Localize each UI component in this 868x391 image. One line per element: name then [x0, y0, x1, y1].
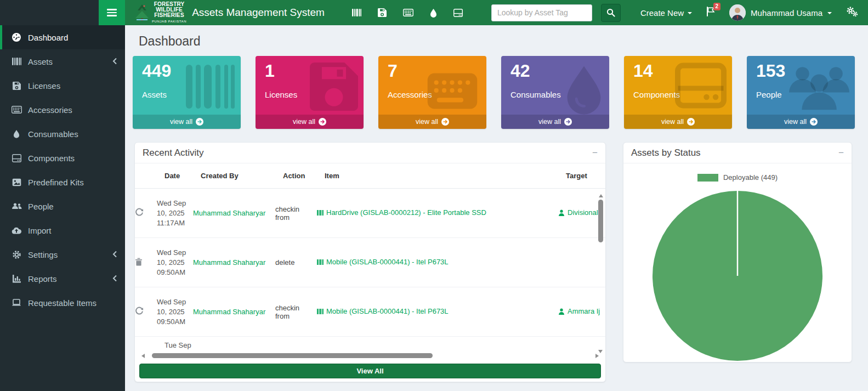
created-by-link[interactable]: Muhammad Shaharyar: [193, 258, 265, 267]
scroll-right-arrow[interactable]: [595, 354, 599, 358]
sidebar-item-requestable-items[interactable]: Requestable Items: [0, 291, 125, 315]
scroll-down-arrow[interactable]: [598, 350, 603, 353]
person-icon: [558, 209, 565, 216]
chevron-left-icon: [112, 274, 117, 284]
arrow-circle-right-icon: [810, 118, 818, 126]
target-link[interactable]: Ammara Ij: [558, 307, 600, 315]
chevron-down-icon: [688, 12, 692, 14]
sidebar-toggle-button[interactable]: [99, 0, 125, 25]
sidebar-item-licenses[interactable]: Licenses: [0, 73, 125, 98]
created-by-link[interactable]: Muhammad Shaharyar: [193, 308, 265, 316]
floppy-icon: [310, 63, 358, 113]
view-all-link[interactable]: view all: [133, 115, 241, 129]
view-all-link[interactable]: view all: [747, 115, 855, 129]
arrow-circle-right-icon: [687, 118, 695, 126]
collapse-panel-button[interactable]: −: [838, 148, 844, 157]
bar-chart-icon: [11, 275, 22, 283]
hamburger-icon: [107, 7, 117, 18]
create-new-label: Create New: [640, 8, 684, 18]
sidebar-item-label: Licenses: [28, 81, 60, 90]
laptop-icon: [11, 299, 22, 307]
main-content: Dashboard 449 Assets view all 1 Licenses…: [125, 25, 868, 391]
barcode-icon: [185, 63, 235, 113]
recent-activity-title: Recent Activity: [143, 148, 204, 158]
col-target: Target: [566, 172, 600, 180]
activity-row: Wed Sep 10, 2025 09:50AM Muhammad Shahar…: [135, 287, 605, 337]
item-link[interactable]: Mobile (GISLAB-0000441) - Itel P673L: [317, 258, 449, 266]
target-link[interactable]: Divisional I: [558, 208, 602, 217]
stat-card-licenses: 1 Licenses view all: [256, 56, 364, 129]
activity-date: Tue Sep: [164, 341, 195, 349]
sidebar-item-predefined-kits[interactable]: Predefined Kits: [0, 170, 125, 194]
user-menu[interactable]: Muhammad Usama: [729, 4, 832, 21]
asset-tag-search-input[interactable]: [491, 4, 592, 21]
view-all-button[interactable]: View All: [139, 364, 601, 378]
sidebar-item-label: Settings: [28, 250, 58, 259]
search-button[interactable]: [601, 4, 621, 22]
horizontal-scroll-thumb[interactable]: [152, 353, 433, 358]
col-item: Item: [325, 172, 560, 180]
top-navbar: FORESTRY WILDLIFE FISHERIES PUNJAB PAKIS…: [0, 0, 868, 25]
notifications-button[interactable]: 2: [706, 7, 715, 19]
created-by-link[interactable]: Muhammad Shaharyar: [193, 209, 265, 217]
view-all-link[interactable]: view all: [501, 115, 609, 129]
sidebar-item-consumables[interactable]: Consumables: [0, 122, 125, 146]
sidebar-item-settings[interactable]: Settings: [0, 242, 125, 267]
item-link[interactable]: Mobile (GISLAB-0000441) - Itel P673L: [317, 307, 449, 315]
navbar-dark-corner: [0, 0, 99, 25]
arrow-circle-right-icon: [196, 118, 203, 126]
sidebar-item-people[interactable]: People: [0, 194, 125, 218]
legend-label: Deployable (449): [723, 173, 778, 182]
horizontal-scrollbar[interactable]: [141, 352, 599, 360]
stat-card-consumables: 42 Consumables view all: [501, 56, 609, 129]
keyboard-icon: [11, 106, 22, 114]
barcode-icon: [317, 308, 324, 315]
assets-status-pie-chart: [623, 182, 852, 362]
scroll-left-arrow[interactable]: [141, 354, 145, 358]
sidebar-item-reports[interactable]: Reports: [0, 267, 125, 291]
activity-action: checkin from: [275, 205, 311, 222]
accessories-keyboard-quick-icon[interactable]: [403, 9, 413, 16]
view-all-link[interactable]: view all: [624, 115, 732, 129]
admin-gears-button[interactable]: [846, 6, 858, 19]
chevron-left-icon: [112, 57, 117, 66]
sidebar-item-dashboard[interactable]: Dashboard: [0, 25, 125, 49]
app-title: Assets Management System: [192, 7, 325, 19]
view-all-label: view all: [538, 118, 561, 126]
chevron-left-icon: [112, 250, 117, 259]
col-created-by: Created By: [201, 172, 277, 180]
arrow-circle-right-icon: [441, 118, 449, 126]
droplet-icon: [11, 129, 22, 138]
collapse-panel-button[interactable]: −: [592, 148, 598, 157]
licenses-floppy-quick-icon[interactable]: [378, 8, 387, 17]
checkin-refresh-icon: [135, 307, 151, 317]
app-logo[interactable]: FORESTRY WILDLIFE FISHERIES PUNJAB PAKIS…: [135, 2, 186, 24]
sidebar-item-label: Reports: [28, 274, 57, 284]
components-server-quick-icon[interactable]: [453, 9, 463, 17]
assets-barcode-quick-icon[interactable]: [352, 8, 361, 17]
arrow-circle-right-icon: [319, 118, 326, 126]
view-all-link[interactable]: view all: [256, 115, 364, 129]
create-new-dropdown[interactable]: Create New: [640, 8, 692, 18]
people-icon: [11, 202, 22, 210]
consumables-droplet-quick-icon[interactable]: [430, 8, 437, 18]
col-date: Date: [164, 172, 195, 180]
item-link[interactable]: HardDrive (GISLAB-0000212) - Elite Porta…: [317, 208, 486, 217]
notification-count-badge: 2: [713, 3, 721, 10]
sidebar-item-components[interactable]: Components: [0, 146, 125, 170]
view-all-link[interactable]: view all: [378, 115, 486, 129]
droplet-icon: [564, 63, 604, 117]
scroll-up-arrow[interactable]: [599, 194, 603, 197]
vertical-scrollbar[interactable]: [598, 194, 604, 353]
barcode-icon: [11, 57, 22, 66]
stat-card-components: 14 Components view all: [624, 56, 732, 129]
sidebar-item-assets[interactable]: Assets: [0, 49, 125, 73]
sidebar-item-import[interactable]: Import: [0, 218, 125, 242]
search-icon: [606, 8, 615, 17]
activity-row: Wed Sep 10, 2025 11:17AM Muhammad Shahar…: [135, 189, 605, 238]
sidebar-item-accessories[interactable]: Accessories: [0, 98, 125, 122]
pie-legend-deployable[interactable]: Deployable (449): [623, 173, 852, 182]
user-name: Muhammad Usama: [751, 8, 822, 18]
vertical-scroll-thumb[interactable]: [598, 200, 603, 242]
server-icon: [675, 63, 727, 111]
